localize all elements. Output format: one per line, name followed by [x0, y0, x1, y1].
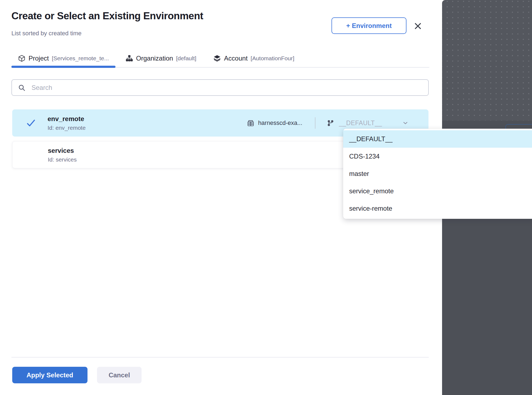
chevron-down-icon	[402, 120, 409, 126]
tab-project-label: Project	[29, 55, 49, 62]
environment-id: Id: services	[48, 156, 77, 163]
search-box	[11, 79, 429, 96]
environment-id: Id: env_remote	[48, 125, 86, 131]
git-branch-icon	[327, 119, 334, 127]
checkmark-icon	[26, 118, 36, 128]
tab-account-label: Account	[224, 55, 248, 62]
tab-project[interactable]: Project [Services_remote_te...	[11, 50, 115, 67]
canvas-dot-grid	[442, 0, 532, 121]
branch-option-service-remote-underscore[interactable]: service_remote	[343, 182, 532, 200]
branch-option-default[interactable]: __DEFAULT__	[343, 130, 532, 148]
modal-title: Create or Select an Existing Environment	[11, 10, 203, 22]
org-chart-icon	[126, 55, 133, 62]
environment-name: services	[48, 147, 77, 154]
cube-icon	[18, 55, 26, 62]
repository-icon	[247, 119, 254, 127]
search-input[interactable]	[31, 84, 423, 92]
environment-name: env_remote	[48, 115, 86, 123]
layers-icon	[213, 54, 221, 62]
scope-tabs: Project [Services_remote_te... Organizat…	[11, 50, 429, 68]
branch-selector[interactable]: __DEFAULT__	[327, 119, 409, 127]
branch-dropdown-menu: __DEFAULT__ CDS-1234 master service_remo…	[343, 129, 532, 219]
new-environment-button[interactable]: + Environment	[331, 17, 406, 34]
tab-project-scope: [Services_remote_te...	[52, 55, 109, 62]
branch-option-cds-1234[interactable]: CDS-1234	[343, 148, 532, 165]
cancel-button[interactable]: Cancel	[97, 367, 142, 383]
divider	[315, 117, 315, 129]
tab-organization[interactable]: Organization [default]	[119, 50, 203, 67]
modal-subtitle: List sorted by created time	[11, 30, 82, 37]
search-icon	[18, 84, 26, 91]
close-button[interactable]	[413, 21, 423, 31]
tab-organization-scope: [default]	[176, 55, 196, 62]
repo-info: harnesscd-exa...	[247, 119, 302, 127]
branch-option-service-remote-dash[interactable]: service-remote	[343, 200, 532, 217]
tab-organization-label: Organization	[136, 55, 173, 62]
footer-divider	[11, 357, 429, 358]
apply-selected-button[interactable]: Apply Selected	[12, 367, 87, 383]
screen: Sav Create or Select an Existing Environ…	[0, 0, 532, 395]
branch-selected-value: __DEFAULT__	[339, 119, 382, 127]
branch-option-master[interactable]: master	[343, 165, 532, 182]
close-icon	[414, 22, 422, 30]
repo-name: harnesscd-exa...	[258, 119, 302, 127]
tab-account[interactable]: Account [AutomationFour]	[206, 50, 301, 67]
tab-account-scope: [AutomationFour]	[251, 55, 294, 62]
